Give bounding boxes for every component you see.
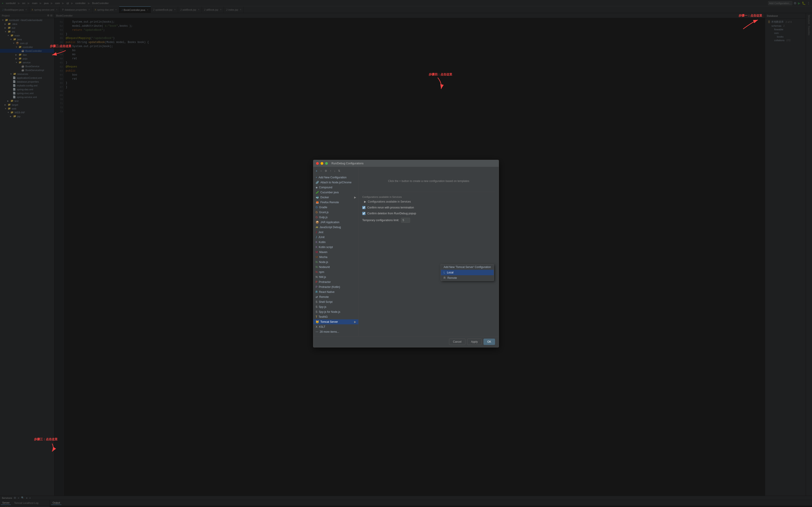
menu-item-add-new[interactable]: + Add New Configuration xyxy=(313,175,358,180)
dialog-down-btn[interactable]: ↓ xyxy=(333,169,336,172)
nodejs-icon: N xyxy=(316,261,318,264)
dialog-remove-btn[interactable]: − xyxy=(319,169,323,173)
menu-item-kotlin[interactable]: K Kotlin xyxy=(313,240,358,245)
dialog-footer: Cancel Apply OK xyxy=(313,336,499,347)
local-icon: L xyxy=(444,271,445,274)
dialog-body: + − ⚙ ↑ ↓ ⇅ + Add New Configuration 🔗 At… xyxy=(313,167,499,336)
dialog-right-panel: Click the + button to create a new confi… xyxy=(359,167,499,336)
menu-item-mocha[interactable]: M Mocha xyxy=(313,255,358,260)
tomcat-server-arrow: ▶ xyxy=(354,320,356,324)
menu-item-tomcat-server[interactable]: 🐱 Tomcat Server ▶ xyxy=(313,319,358,324)
spyjs-icon: S xyxy=(316,305,317,308)
setting-row-confirm-rerun: Confirm rerun with process termination xyxy=(362,206,495,209)
dialog-config-menu: + − ⚙ ↑ ↓ ⇅ + Add New Configuration 🔗 At… xyxy=(313,167,359,336)
apply-button[interactable]: Apply xyxy=(467,339,482,345)
menu-item-kotlin-script[interactable]: K Kotlin script xyxy=(313,245,358,250)
jar-icon: 📦 xyxy=(316,221,319,224)
confirm-deletion-label: Confirm deletion from Run/Debug popup xyxy=(367,212,416,215)
docker-icon: 🐳 xyxy=(316,196,319,199)
dialog-minimize-dot[interactable] xyxy=(320,162,323,165)
menu-item-xslt[interactable]: X XSLT xyxy=(313,324,358,329)
menu-item-testng[interactable]: T TestNG xyxy=(313,315,358,319)
run-debug-dialog: Run/Debug Configurations + − ⚙ ↑ ↓ ⇅ + A… xyxy=(313,160,499,347)
ok-button[interactable]: OK xyxy=(484,339,495,345)
protractor-icon: P xyxy=(316,280,317,284)
menu-item-maven[interactable]: M Maven xyxy=(313,250,358,255)
setting-row-temp-configs: Temporary configurations limit: xyxy=(362,218,495,223)
docker-arrow: ▶ xyxy=(354,196,356,199)
temp-configs-input[interactable] xyxy=(401,218,410,223)
maven-icon: M xyxy=(316,250,318,254)
nwjs-icon: N xyxy=(316,275,318,279)
menu-item-protractor-kotlin[interactable]: P Protractor (Kotlin) xyxy=(313,284,358,289)
dialog-placeholder: Click the + button to create a new confi… xyxy=(362,179,495,183)
dialog-close-dot[interactable] xyxy=(316,162,319,165)
grunt-icon: G xyxy=(316,211,318,214)
protractor-kotlin-icon: P xyxy=(316,285,317,289)
menu-item-protractor[interactable]: P Protractor xyxy=(313,280,358,284)
menu-item-gulpjs[interactable]: G Gulp.js xyxy=(313,215,358,220)
config-menu: + Add New Configuration 🔗 Attach to Node… xyxy=(313,175,358,334)
menu-item-attach-nodejs[interactable]: 🔗 Attach to Node.js/Chrome xyxy=(313,180,358,185)
confirm-deletion-checkbox[interactable] xyxy=(362,212,365,215)
menu-item-cucumber[interactable]: 🥒 Cucumber java xyxy=(313,190,358,195)
dialog-expand-dot[interactable] xyxy=(325,162,328,165)
menu-item-firefox[interactable]: 🦊 Firefox Remote xyxy=(313,200,358,205)
nodeunit-icon: N xyxy=(316,266,318,269)
tomcat-server-icon: 🐱 xyxy=(316,320,319,324)
confirm-rerun-label: Confirm rerun with process termination xyxy=(367,206,414,209)
dialog-sort-btn[interactable]: ⇅ xyxy=(337,169,341,172)
menu-item-shell-script[interactable]: S Shell Script xyxy=(313,299,358,304)
dialog-gear-btn[interactable]: ⚙ xyxy=(324,169,328,172)
more-icon: ⋯ xyxy=(316,330,318,333)
testng-icon: T xyxy=(316,315,317,319)
jest-icon: J xyxy=(316,231,317,234)
jsdebug-icon: JS xyxy=(316,226,318,228)
attach-icon: 🔗 xyxy=(316,181,319,184)
dialog-overlay: Run/Debug Configurations + − ⚙ ↑ ↓ ⇅ + A… xyxy=(0,0,812,507)
xslt-icon: X xyxy=(316,325,317,328)
menu-item-junit[interactable]: J JUnit xyxy=(313,235,358,240)
dialog-up-btn[interactable]: ↑ xyxy=(329,169,332,172)
compound-icon: ◈ xyxy=(316,186,318,189)
menu-item-nodejs[interactable]: N Node.js xyxy=(313,260,358,265)
menu-item-gruntjs[interactable]: G Grunt.js xyxy=(313,210,358,215)
remote-icon: ⇄ xyxy=(316,295,318,298)
setting-row-confirm-deletion: Confirm deletion from Run/Debug popup xyxy=(362,212,495,215)
gradle-icon: G xyxy=(316,206,318,209)
menu-item-jar[interactable]: 📦 JAR Application xyxy=(313,220,358,225)
confirm-rerun-checkbox[interactable] xyxy=(362,206,365,209)
dialog-section-available: Configurations available in Services xyxy=(362,195,495,198)
menu-item-react-native[interactable]: R React Native xyxy=(313,289,358,294)
kotlin-script-icon: K xyxy=(316,245,317,249)
tomcat-submenu-remote[interactable]: R Remote xyxy=(441,275,494,281)
remote-icon: R xyxy=(444,276,446,280)
shell-icon: S xyxy=(316,300,317,303)
cucumber-icon: 🥒 xyxy=(316,191,319,194)
menu-item-spyjs-nodejs[interactable]: S Spy-js for Node.js xyxy=(313,309,358,315)
tomcat-submenu-add-new[interactable]: Add New 'Tomcat Server' Configuration xyxy=(441,264,494,270)
menu-item-compound[interactable]: ◈ Compound xyxy=(313,185,358,190)
menu-item-remote[interactable]: ⇄ Remote xyxy=(313,294,358,299)
menu-item-nodeunit[interactable]: N Nodeunit xyxy=(313,265,358,270)
tomcat-submenu: Add New 'Tomcat Server' Configuration L … xyxy=(441,264,494,281)
menu-item-jsdebug[interactable]: JS JavaScript Debug xyxy=(313,225,358,230)
firefox-icon: 🦊 xyxy=(316,201,319,204)
kotlin-icon: K xyxy=(316,241,317,244)
menu-item-nwjs[interactable]: N NW.js xyxy=(313,275,358,280)
tomcat-submenu-local[interactable]: L Local xyxy=(441,270,494,275)
menu-item-npm[interactable]: N npm xyxy=(313,270,358,275)
menu-item-docker[interactable]: 🐳 Docker ▶ xyxy=(313,195,358,200)
dialog-add-btn[interactable]: + xyxy=(315,169,318,173)
dialog-title: Run/Debug Configurations xyxy=(332,162,363,165)
menu-item-more[interactable]: ⋯ 28 more items... xyxy=(313,329,358,334)
react-native-icon: R xyxy=(316,290,318,293)
mocha-icon: M xyxy=(316,256,318,259)
expand-arrow[interactable]: ▶ xyxy=(364,200,366,203)
menu-item-gradle[interactable]: G Gradle xyxy=(313,205,358,210)
dialog-titlebar: Run/Debug Configurations xyxy=(313,160,499,167)
cancel-button[interactable]: Cancel xyxy=(449,339,465,345)
menu-item-spyjs[interactable]: S Spy-js xyxy=(313,304,358,309)
menu-item-jest[interactable]: J Jest xyxy=(313,230,358,235)
add-new-icon: + xyxy=(316,176,317,179)
